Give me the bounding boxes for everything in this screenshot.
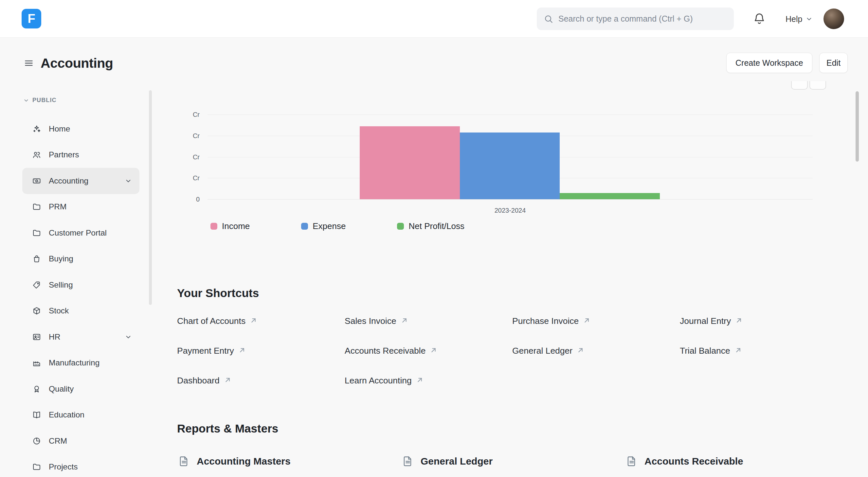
legend-swatch xyxy=(397,223,404,230)
legend-label: Net Profit/Loss xyxy=(408,221,464,231)
shortcut-general-ledger[interactable]: General Ledger xyxy=(512,346,680,356)
arrow-up-right-icon xyxy=(416,376,424,384)
factory-icon xyxy=(32,358,41,368)
sidebar-toggle-button[interactable] xyxy=(23,58,34,69)
reports-masters-title: Reports & Masters xyxy=(177,422,278,435)
create-workspace-button[interactable]: Create Workspace xyxy=(726,53,812,73)
sidebar-scrollbar[interactable] xyxy=(149,90,152,305)
sidebar-item-customer-portal[interactable]: Customer Portal xyxy=(22,220,140,246)
sidebar-item-home[interactable]: Home xyxy=(22,116,140,142)
sidebar-item-buying[interactable]: Buying xyxy=(22,246,140,272)
folder-icon xyxy=(32,228,41,237)
shortcuts-title: Your Shortcuts xyxy=(177,287,259,300)
bar-chart xyxy=(208,115,813,199)
shortcut-label: Learn Accounting xyxy=(345,376,412,386)
y-tick-label: Cr xyxy=(193,153,200,161)
chevron-down-icon xyxy=(23,97,29,104)
shortcut-label: Sales Invoice xyxy=(345,316,396,326)
sidebar-item-label: Customer Portal xyxy=(49,228,107,237)
book-icon xyxy=(32,410,41,419)
sidebar-item-manufacturing[interactable]: Manufacturing xyxy=(22,350,140,376)
shortcut-label: General Ledger xyxy=(512,346,572,356)
people-icon xyxy=(32,150,41,159)
doc-icon xyxy=(178,455,190,468)
y-tick-label: Cr xyxy=(193,132,200,139)
shortcut-purchase-invoice[interactable]: Purchase Invoice xyxy=(512,316,680,326)
help-menu[interactable]: Help xyxy=(785,13,813,25)
money-icon xyxy=(32,176,41,186)
sidebar-item-crm[interactable]: CRM xyxy=(22,428,140,454)
sidebar-item-selling[interactable]: Selling xyxy=(22,272,140,298)
master-item-label: Accounting Masters xyxy=(197,456,291,467)
shortcut-label: Payment Entry xyxy=(177,346,234,356)
shortcut-chart-of-accounts[interactable]: Chart of Accounts xyxy=(177,316,345,326)
sidebar-item-label: Buying xyxy=(49,254,73,263)
master-item-label: General Ledger xyxy=(421,456,493,467)
master-item-accounts-receivable[interactable]: Accounts Receivable xyxy=(625,455,849,468)
page-scrollbar[interactable] xyxy=(856,91,859,162)
sidebar-item-label: Projects xyxy=(49,462,78,471)
arrow-up-right-icon xyxy=(249,316,257,324)
shortcut-links: Chart of AccountsSales InvoicePurchase I… xyxy=(177,306,847,395)
chart-x-label: 2023-2024 xyxy=(208,207,813,214)
chart-menu-button[interactable] xyxy=(791,81,808,90)
sidebar-item-label: HR xyxy=(49,332,60,342)
box-icon xyxy=(32,306,41,315)
master-item-accounting-masters[interactable]: Accounting Masters xyxy=(178,455,402,468)
shortcut-payment-entry[interactable]: Payment Entry xyxy=(177,346,345,356)
avatar[interactable] xyxy=(824,8,844,29)
shortcut-journal-entry[interactable]: Journal Entry xyxy=(680,316,847,326)
search-bar[interactable] xyxy=(537,7,734,30)
arrow-up-right-icon xyxy=(583,316,591,324)
arrow-up-right-icon xyxy=(734,346,742,354)
sidebar-item-label: Stock xyxy=(49,306,69,315)
legend-item-expense: Expense xyxy=(301,221,346,231)
shortcut-learn-accounting[interactable]: Learn Accounting xyxy=(345,376,512,386)
shortcut-label: Dashboard xyxy=(177,376,220,386)
y-tick-label: Cr xyxy=(193,111,200,119)
app-logo[interactable]: F xyxy=(22,9,41,28)
doc-icon xyxy=(402,455,414,468)
arrow-up-right-icon xyxy=(238,346,246,354)
sidebar-item-label: Home xyxy=(49,124,70,133)
shortcut-label: Purchase Invoice xyxy=(512,316,579,326)
sidebar-item-label: Partners xyxy=(49,150,79,159)
sidebar-item-label: Quality xyxy=(49,384,74,393)
sell-icon xyxy=(32,280,41,290)
arrow-up-right-icon xyxy=(429,346,438,354)
sidebar-item-label: Manufacturing xyxy=(49,358,99,368)
bar-expense xyxy=(460,132,560,199)
sidebar-item-projects[interactable]: Projects xyxy=(22,454,140,477)
search-input[interactable] xyxy=(558,14,727,24)
chevron-down-icon xyxy=(805,15,813,23)
chart-expand-button[interactable] xyxy=(809,81,826,90)
accounting-workspace-page: F Help Accounting Create Workspace xyxy=(0,0,868,477)
sidebar-item-education[interactable]: Education xyxy=(22,402,140,428)
sidebar-item-label: Selling xyxy=(49,280,73,290)
shortcut-sales-invoice[interactable]: Sales Invoice xyxy=(345,316,512,326)
sidebar-items: HomePartnersAccountingPRMCustomer Portal… xyxy=(22,116,140,477)
shortcut-dashboard[interactable]: Dashboard xyxy=(177,376,345,386)
shortcut-accounts-receivable[interactable]: Accounts Receivable xyxy=(345,346,512,356)
sidebar-item-hr[interactable]: HR xyxy=(22,324,140,350)
arrow-up-right-icon xyxy=(400,316,408,324)
y-tick-label: Cr xyxy=(193,174,200,182)
hamburger-icon xyxy=(23,58,34,69)
badge-icon xyxy=(32,332,41,342)
sidebar-section-public[interactable]: PUBLIC xyxy=(23,97,57,104)
sidebar-item-accounting[interactable]: Accounting xyxy=(22,168,140,194)
legend-item-net-profit-loss: Net Profit/Loss xyxy=(397,221,464,231)
sidebar-item-partners[interactable]: Partners xyxy=(22,142,140,168)
sidebar-item-label: Education xyxy=(49,410,85,419)
sidebar-item-label: PRM xyxy=(49,202,66,211)
shortcut-trial-balance[interactable]: Trial Balance xyxy=(680,346,847,356)
master-item-label: Accounts Receivable xyxy=(645,456,743,467)
sidebar-item-label: CRM xyxy=(49,437,67,446)
sidebar-item-stock[interactable]: Stock xyxy=(22,298,140,324)
master-item-general-ledger[interactable]: General Ledger xyxy=(402,455,625,468)
edit-button[interactable]: Edit xyxy=(819,53,848,73)
sidebar-item-prm[interactable]: PRM xyxy=(22,194,140,220)
sidebar-item-quality[interactable]: Quality xyxy=(22,376,140,402)
notifications-button[interactable] xyxy=(752,11,767,26)
arrow-up-right-icon xyxy=(223,376,232,384)
